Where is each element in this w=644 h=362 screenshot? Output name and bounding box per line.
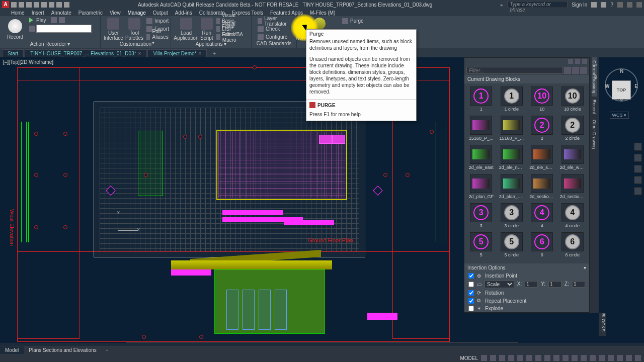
annotation-scale-icon[interactable]	[562, 355, 569, 361]
side-tab-other[interactable]: Other Drawing	[592, 117, 597, 152]
tab-manage[interactable]: Manage	[128, 10, 146, 16]
record-button[interactable]: Record	[3, 17, 27, 41]
showmotion-icon[interactable]	[634, 187, 642, 195]
layer-translator-button[interactable]: Layer Translator	[257, 17, 293, 25]
block-item[interactable]: 15160_P_...	[466, 116, 496, 144]
annotation-monitor-icon[interactable]	[581, 355, 587, 361]
block-item[interactable]: 2d_section...	[558, 174, 588, 202]
qat-plot-icon[interactable]	[41, 2, 47, 8]
transparency-icon[interactable]	[544, 355, 550, 361]
layout-tab-add[interactable]: +	[102, 346, 113, 354]
tab-collaborate[interactable]: Collaborate	[199, 10, 225, 16]
model-tab[interactable]: Model	[0, 346, 24, 354]
customize-icon[interactable]	[635, 355, 641, 361]
panel-close-icon[interactable]	[582, 59, 587, 64]
filter-dropdown-icon[interactable]	[564, 67, 571, 74]
tab-featuredapps[interactable]: Featured Apps	[270, 10, 303, 16]
configure-button[interactable]: Configure	[257, 33, 293, 41]
tab-view[interactable]: View	[110, 10, 121, 16]
block-item[interactable]: 22 circle	[558, 116, 588, 144]
qat-saveas-icon[interactable]	[34, 2, 39, 8]
edit-aliases-button[interactable]: Edit Aliases ▾	[145, 33, 172, 41]
doc-tab-1[interactable]: TINY HOUSE_TRP007_... Elevations_01_D03*…	[25, 49, 146, 57]
status-model[interactable]: MODEL	[460, 355, 478, 361]
import-button[interactable]: Import	[145, 17, 172, 25]
signin-link[interactable]: Sign In	[572, 2, 587, 8]
doc-tab-2[interactable]: Villa Project Demo*×	[147, 49, 207, 57]
selection-cycling-icon[interactable]	[553, 355, 559, 361]
doc-tab-close-icon[interactable]: ×	[138, 51, 141, 56]
qat-more-icon[interactable]	[64, 2, 69, 8]
vba-button[interactable]: Run VBA Macro	[215, 33, 248, 41]
block-item[interactable]: 33	[466, 203, 496, 231]
block-item[interactable]: 2d_plan_GF	[466, 174, 496, 202]
doc-tab-close-icon[interactable]: ×	[198, 51, 201, 56]
palette-options-icon[interactable]: ⚙	[593, 74, 598, 80]
units-icon[interactable]	[590, 355, 596, 361]
scale-x-input[interactable]: 1	[525, 281, 538, 288]
osnap-icon[interactable]	[517, 355, 523, 361]
search-input[interactable]: Type a keyword or phrase	[507, 1, 568, 8]
block-item[interactable]: 22	[527, 116, 557, 144]
quick-properties-icon[interactable]	[599, 355, 605, 361]
palette-close-icon[interactable]: ×	[595, 62, 598, 68]
block-item[interactable]: 2d_ele_north	[497, 145, 527, 173]
block-item[interactable]: 15160_P_...	[497, 116, 527, 144]
qat-new-icon[interactable]	[11, 2, 17, 8]
view-list-icon[interactable]	[580, 67, 587, 74]
doc-tab-add-button[interactable]: +	[208, 50, 221, 57]
minimize-icon[interactable]	[617, 2, 623, 8]
lineweight-icon[interactable]	[535, 355, 541, 361]
maximize-icon[interactable]	[627, 2, 632, 8]
block-item[interactable]: 2d_section...	[527, 174, 557, 202]
tab-insert[interactable]: Insert	[32, 10, 44, 16]
side-tab-recent[interactable]: Recent	[592, 97, 597, 117]
group-action-recorder[interactable]: Action Recorder ▾	[3, 41, 97, 47]
block-item[interactable]: 33 circle	[497, 203, 527, 231]
view-large-icon[interactable]	[572, 67, 579, 74]
recording-name-input[interactable]	[36, 25, 92, 33]
orbit-icon[interactable]	[634, 176, 642, 184]
play-opt1-icon[interactable]	[51, 17, 57, 23]
qat-undo-icon[interactable]	[49, 2, 54, 8]
block-item[interactable]: 44 circle	[558, 203, 588, 231]
rotation-checkbox[interactable]	[468, 290, 474, 296]
ortho-icon[interactable]	[499, 355, 505, 361]
scale-z-input[interactable]: 1	[572, 281, 585, 288]
grid-icon[interactable]	[481, 355, 487, 361]
tool-palettes-button[interactable]: Tool Palettes	[125, 17, 143, 41]
block-item[interactable]: 2d_ele_west	[558, 145, 588, 173]
block-item[interactable]: 11	[466, 86, 496, 115]
blocks-filter-input[interactable]	[466, 67, 563, 74]
play-button[interactable]: Play	[29, 17, 92, 23]
tab-annotate[interactable]: Annotate	[51, 10, 71, 16]
panel-max-icon[interactable]	[575, 59, 580, 64]
block-item[interactable]: 44	[527, 203, 557, 231]
appstore-icon[interactable]	[591, 2, 597, 8]
block-item[interactable]: 2d_ele_east	[466, 145, 496, 173]
pan-icon[interactable]	[634, 154, 642, 162]
block-item[interactable]: 66	[527, 232, 557, 260]
tab-output[interactable]: Output	[153, 10, 168, 16]
zoom-icon[interactable]	[634, 165, 642, 173]
snap-icon[interactable]	[490, 355, 496, 361]
hardware-accel-icon[interactable]	[617, 355, 623, 361]
isolate-icon[interactable]	[608, 355, 614, 361]
explode-checkbox[interactable]	[468, 306, 474, 311]
help-icon[interactable]: ?	[610, 2, 613, 8]
scale-y-input[interactable]: 1	[548, 281, 561, 288]
close-icon[interactable]	[636, 2, 642, 8]
play-opt2-icon[interactable]	[59, 17, 65, 23]
wcs-dropdown[interactable]: WCS ▾	[610, 112, 629, 119]
workspace-icon[interactable]	[572, 355, 578, 361]
layout-tab-1[interactable]: Plans Sections and Elevations	[24, 346, 102, 354]
block-item[interactable]: 55 circle	[497, 232, 527, 260]
load-application-button[interactable]: Load Application	[174, 17, 198, 41]
cart-icon[interactable]	[601, 2, 606, 8]
run-script-button[interactable]: Run Script	[200, 17, 213, 41]
purge-button[interactable]: Purge	[341, 17, 365, 25]
insertion-point-checkbox[interactable]	[468, 273, 474, 279]
otrack-icon[interactable]	[526, 355, 532, 361]
block-item[interactable]: 2d_ele_south	[527, 145, 557, 173]
block-item[interactable]: 11 circle	[497, 86, 527, 115]
